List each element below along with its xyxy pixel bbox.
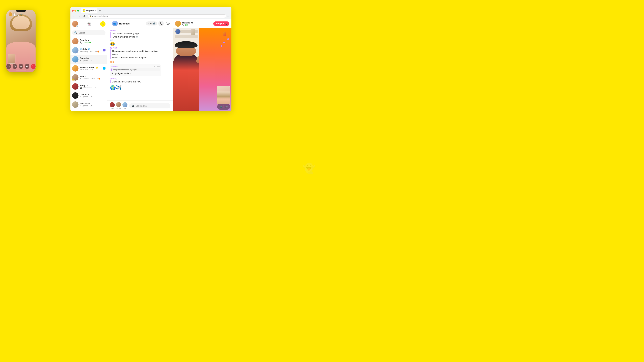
contact-item-roomies[interactable]: Roomies ▶ Opened · 1h — [70, 55, 107, 64]
contact-info-jess: Jess Alan ▶ Opened · 1h — [80, 102, 106, 107]
message-sophie-1: SOPHIE omg almost missed my flightI was … — [110, 30, 170, 38]
phone-mockup: 0:19 Hanna 🐝 › — [6, 10, 36, 72]
phone-pip-view — [8, 54, 16, 64]
search-input[interactable] — [78, 31, 107, 34]
chat-phone-btn[interactable]: 📞 — [158, 21, 164, 26]
chat-input-placeholder: Send a chat — [136, 105, 147, 107]
video-camera-ctrl[interactable]: 📹 — [219, 105, 223, 109]
shelf-clock — [176, 29, 180, 34]
chat-back-btn[interactable]: ‹ — [110, 22, 111, 25]
sidebar-search-bar[interactable]: 🔍 — [72, 30, 106, 35]
video-mic-ctrl[interactable]: 🎤 — [224, 105, 228, 109]
phone-rotate-btn[interactable] — [12, 64, 17, 69]
snapchat-ghost-icon[interactable]: 👻 — [87, 22, 92, 26]
browser-more-btn[interactable]: ⋯ — [227, 14, 230, 18]
contact-item-beatriz[interactable]: Beatriz M 📞 Call Active — [70, 37, 107, 46]
browser-forward-btn[interactable]: → — [77, 14, 81, 18]
contact-name-beatriz: Beatriz M — [80, 39, 106, 41]
phone-caller-info: 0:19 Hanna 🐝 — [8, 12, 22, 16]
contact-item-starfish[interactable]: Starfish Squad ⭐ New Chat · 16m — [70, 64, 107, 73]
chat-comment-btn[interactable]: 💬 — [165, 21, 170, 26]
contact-avatar-moe: 😄 — [72, 74, 78, 81]
browser-refresh-btn[interactable]: ↺ — [82, 14, 86, 18]
browser-close-dot[interactable] — [72, 10, 74, 11]
chat-typing-avatars: Ben Sophie Jen — [110, 102, 128, 109]
phone-camera-btn[interactable] — [6, 64, 11, 69]
contact-avatar-andy — [72, 83, 78, 90]
contact-name-callum: Callum B — [80, 93, 106, 96]
browser-new-tab-btn[interactable]: + — [98, 9, 102, 12]
phone-chevron-icon[interactable]: › — [33, 13, 34, 15]
message-sticker: 🌍✈️ — [110, 85, 170, 90]
camera-icon: 📷 — [132, 105, 134, 107]
phone-notch — [16, 10, 26, 12]
browser-back-btn[interactable]: ← — [72, 14, 76, 18]
browser-minimize-dot[interactable] — [74, 10, 76, 11]
contact-info-julie: 💎Julie💎 New Snap · 16m · 29🔥 — [80, 48, 102, 53]
contact-avatar-beatriz — [72, 38, 78, 44]
sender-label-me: ME — [110, 39, 170, 41]
video-caller-avatar — [175, 21, 181, 27]
message-bubble-sophie-1: omg almost missed my flightI was running… — [110, 32, 161, 38]
contact-item-callum[interactable]: Callum B ▶ Opened · 1h — [70, 91, 107, 100]
phone-end-call-btn[interactable] — [31, 64, 36, 69]
moe-emoji-badge: 😄 — [72, 78, 74, 81]
quoted-header: SOPHIE 4:37PM — [111, 66, 160, 67]
message-sophie-2: SOPHIE The gates were so far apart and t… — [110, 47, 170, 59]
chat-header: ‹ 👥 Roomies Call 📹 📞 💬 — [107, 19, 173, 28]
sender-label-sophie-3: SOPHIE — [110, 78, 170, 80]
browser-tab-close-btn[interactable]: × — [95, 10, 96, 11]
typing-avatar-sophie: Sophie — [116, 102, 121, 109]
contact-name-starfish: Starfish Squad ⭐ — [80, 66, 102, 69]
sidebar-badge: ⚙️ — [76, 25, 78, 27]
controls-divider — [224, 105, 224, 108]
chat-group-avatar: 👥 — [112, 21, 118, 26]
browser-url-bar[interactable]: 🔒 web.snapchat.com — [87, 14, 226, 18]
video-pip — [217, 86, 230, 104]
phone-shell: 0:19 Hanna 🐝 › — [6, 10, 36, 72]
chat-call-btn[interactable]: Call 📹 — [146, 21, 157, 25]
snapchat-ghost-watermark: 👻 — [303, 162, 315, 174]
contact-item-jess[interactable]: Jess Alan ▶ Opened · 1h — [70, 100, 107, 109]
browser-active-tab[interactable]: 👻 Snapchat × — [81, 8, 98, 13]
contact-status-starfish: New Chat · 16m — [80, 69, 102, 71]
hang-up-btn[interactable]: Hang up 📞 — [213, 21, 230, 26]
typing-avatar-jen: Jen — [122, 102, 128, 109]
phone-speaker-btn[interactable] — [25, 64, 29, 69]
browser-maximize-dot[interactable] — [77, 10, 79, 11]
phone-pip-person — [8, 54, 15, 63]
sidebar: ⚙️ 👻 ✏️ 🔍 Beatriz M 📞 Call Activ — [70, 19, 107, 111]
phone-caller-name: Hanna 🐝 — [14, 14, 22, 16]
message-text-sophie-2: The gates were so far apart and this air… — [110, 49, 161, 59]
video-call-panel: Beatriz M 0:19 Hang up 📞 — [173, 19, 232, 111]
typing-name-sophie: Sophie — [116, 108, 121, 109]
message-text-sophie-3: Catch ya later. Home in a few. — [110, 80, 161, 83]
browser-url-text: web.snapchat.com — [92, 15, 108, 17]
contact-status-jess: ▶ Opened · 1h — [80, 105, 106, 107]
chat-input-bar[interactable]: 📷 Send a chat — [129, 103, 170, 108]
contact-item-julie[interactable]: 💎Julie💎 New Snap · 16m · 29🔥 — [70, 46, 107, 55]
contact-item-moe[interactable]: 😄 Moe S ▶ Delivered · 25m · 29🔥 — [70, 73, 107, 82]
search-icon: 🔍 — [74, 31, 78, 34]
video-controls-bar: 📹 🎤 — [217, 104, 230, 110]
sender-label-ben: BEN — [110, 61, 170, 63]
ben-reply-text: So glad you made it. — [111, 72, 160, 75]
contact-item-andy[interactable]: Andy G 📸 Screenshot · 1h — [70, 82, 107, 91]
typing-name-jen: Jen — [124, 108, 126, 109]
browser-window-controls — [72, 10, 79, 11]
sidebar-user-avatar[interactable]: ⚙️ — [72, 21, 78, 27]
browser-chrome: 👻 Snapchat × + ← → ↺ 🔒 web.snapchat.com … — [70, 7, 232, 19]
message-text-sophie-1: omg almost missed my flightI was running… — [110, 32, 161, 38]
sidebar-compose-btn[interactable]: ✏️ — [100, 21, 106, 27]
phone-screen: 0:19 Hanna 🐝 › — [6, 10, 36, 72]
message-ben-section: BEN — [110, 61, 170, 63]
pip-person — [217, 91, 230, 104]
app-content: ⚙️ 👻 ✏️ 🔍 Beatriz M 📞 Call Activ — [70, 19, 232, 111]
sender-label-sophie-2: SOPHIE — [110, 47, 170, 49]
typing-avatar-img-jen — [122, 102, 128, 107]
contact-avatar-starfish — [72, 65, 78, 71]
contact-info-roomies: Roomies ▶ Opened · 1h — [80, 57, 106, 62]
phone-mute-btn[interactable] — [19, 64, 23, 69]
contact-name-jess: Jess Alan — [80, 102, 106, 105]
chat-typing-bar: Ben Sophie Jen 📷 Send a chat — [107, 100, 173, 111]
